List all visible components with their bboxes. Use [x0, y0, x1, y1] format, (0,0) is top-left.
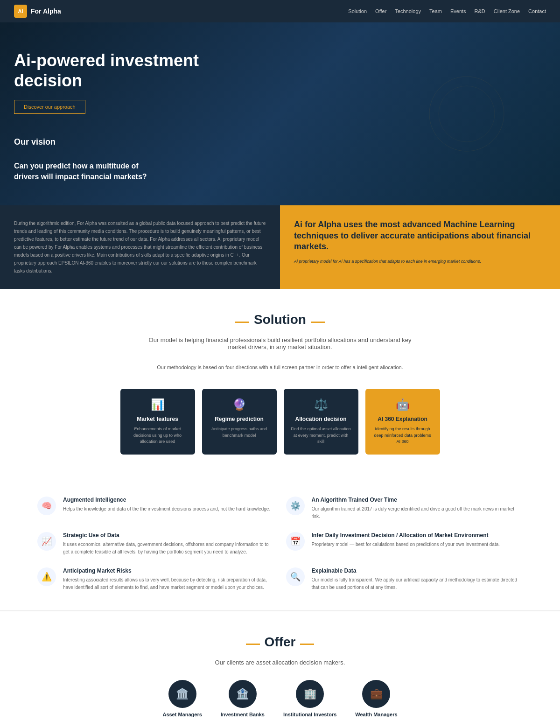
algorithm-title: An Algorithm Trained Over Time — [312, 497, 523, 503]
regime-title: Regime prediction — [209, 416, 270, 422]
offer-desc: Our clients are asset allocation decisio… — [140, 659, 420, 666]
nav-technology[interactable]: Technology — [395, 8, 421, 14]
vision-approach-section: During the algorithmic edition, For Alph… — [0, 205, 560, 289]
institutional-label: Institutional Investors — [283, 712, 336, 717]
nav-links: Solution Offer Technology Team Events R&… — [348, 8, 546, 14]
approach-right: Ai for Alpha uses the most advanced Mach… — [280, 205, 560, 289]
nav-offer[interactable]: Offer — [375, 8, 386, 14]
allocation-icon: ⚖️ — [291, 398, 351, 411]
client-wealth: 💼 Wealth Managers — [355, 680, 397, 717]
feat-infer: 📅 Infer Daily Investment Decision / Allo… — [286, 532, 523, 556]
strategic-title: Strategic Use of Data — [63, 532, 274, 539]
market-desc: Enhancements of market decisions using u… — [127, 426, 188, 445]
explainable-desc: Our model is fully transparent. We apply… — [312, 576, 523, 591]
explainable-icon: 🔍 — [286, 567, 305, 586]
solution-subtitle: Our methodology is based on four directi… — [37, 364, 523, 370]
regime-desc: Anticipate progress paths and benchmark … — [209, 426, 270, 439]
augmented-title: Augmented Intelligence — [63, 497, 270, 503]
wealth-icon: 💼 — [362, 680, 390, 708]
feat-augmented: 🧠 Augmented Intelligence Helps the knowl… — [37, 497, 274, 520]
nav-events[interactable]: Events — [450, 8, 466, 14]
asset-label: Asset Managers — [162, 712, 202, 717]
market-title: Market features — [127, 416, 188, 422]
features-section: 🧠 Augmented Intelligence Helps the knowl… — [0, 478, 560, 610]
client-asset: 🏛️ Asset Managers — [162, 680, 202, 717]
market-risks-icon: ⚠️ — [37, 567, 56, 586]
offer-title: Offer — [265, 635, 296, 650]
features-grid: 🧠 Augmented Intelligence Helps the knowl… — [37, 497, 523, 591]
offer-accent-right — [300, 644, 314, 645]
market-icon: 📊 — [127, 398, 188, 411]
hero-section: Ai-powered investment decision Discover … — [0, 22, 560, 205]
allocation-desc: Find the optimal asset allocation at eve… — [291, 426, 351, 445]
ai360-desc: Identifying the results through deep rei… — [372, 426, 433, 445]
navbar: Ai For Alpha Solution Offer Technology T… — [0, 0, 560, 22]
feat-strategic: 📈 Strategic Use of Data It uses economic… — [37, 532, 274, 556]
algorithm-icon: ⚙️ — [286, 497, 305, 515]
sol-card-regime: 🔮 Regime prediction Anticipate progress … — [202, 389, 277, 455]
brand-name: For Alpha — [31, 7, 61, 15]
accent-left — [235, 322, 249, 323]
offer-accent-left — [246, 644, 260, 645]
solution-section: Solution Our model is helping financial … — [0, 289, 560, 478]
accent-right — [311, 322, 325, 323]
sol-card-market: 📊 Market features Enhancements of market… — [120, 389, 195, 455]
vision-text: During the algorithmic edition, For Alph… — [14, 219, 266, 275]
algorithm-desc: Our algorithm trained at 2017 is duly ve… — [312, 505, 523, 520]
infer-icon: 📅 — [286, 532, 305, 551]
client-institutional: 🏢 Institutional Investors — [283, 680, 336, 717]
logo-icon: Ai — [14, 5, 27, 18]
allocation-title: Allocation decision — [291, 416, 351, 422]
strategic-desc: It uses economics, alternative data, gov… — [63, 541, 274, 556]
client-banks: 🏦 Investment Banks — [221, 680, 265, 717]
solution-desc: Our model is helping financial professio… — [140, 336, 420, 350]
strategic-icon: 📈 — [37, 532, 56, 551]
solution-title: Solution — [254, 312, 306, 327]
infer-desc: Proprietary model — best for calulations… — [312, 541, 500, 548]
approach-title: Ai for Alpha uses the most advanced Mach… — [294, 219, 546, 252]
sol-card-ai360: 🤖 AI 360 Explanation Identifying the res… — [365, 389, 440, 455]
solution-cards: 📊 Market features Enhancements of market… — [37, 389, 523, 455]
approach-note: Ai proprietary model for Ai has a specif… — [294, 259, 546, 264]
offer-section: Offer Our clients are asset allocation d… — [0, 610, 560, 728]
nav-contact[interactable]: Contact — [528, 8, 546, 14]
institutional-icon: 🏢 — [296, 680, 324, 708]
market-risks-desc: Interesting associated results allows us… — [63, 576, 274, 591]
sol-card-allocation: ⚖️ Allocation decision Find the optimal … — [284, 389, 358, 455]
feat-explainable: 🔍 Explainable Data Our model is fully tr… — [286, 567, 523, 591]
nav-clientzone[interactable]: Client Zone — [494, 8, 520, 14]
market-risks-title: Anticipating Market Risks — [63, 567, 274, 574]
nav-logo: Ai For Alpha — [14, 5, 61, 18]
feat-market-risks: ⚠️ Anticipating Market Risks Interesting… — [37, 567, 274, 591]
augmented-icon: 🧠 — [37, 497, 56, 515]
nav-team[interactable]: Team — [429, 8, 442, 14]
augmented-desc: Helps the knowledge and data of the the … — [63, 505, 270, 513]
client-types: 🏛️ Asset Managers 🏦 Investment Banks 🏢 I… — [37, 680, 523, 717]
ai360-title: AI 360 Explanation — [372, 416, 433, 422]
regime-icon: 🔮 — [209, 398, 270, 411]
vision-left: During the algorithmic edition, For Alph… — [0, 205, 280, 289]
feat-algorithm: ⚙️ An Algorithm Trained Over Time Our al… — [286, 497, 523, 520]
banks-icon: 🏦 — [229, 680, 257, 708]
nav-solution[interactable]: Solution — [348, 8, 367, 14]
infer-title: Infer Daily Investment Decision / Alloca… — [312, 532, 500, 539]
ai360-icon: 🤖 — [372, 398, 433, 411]
explainable-title: Explainable Data — [312, 567, 523, 574]
nav-rnd[interactable]: R&D — [475, 8, 485, 14]
asset-icon: 🏛️ — [168, 680, 196, 708]
wealth-label: Wealth Managers — [355, 712, 397, 717]
banks-label: Investment Banks — [221, 712, 265, 717]
